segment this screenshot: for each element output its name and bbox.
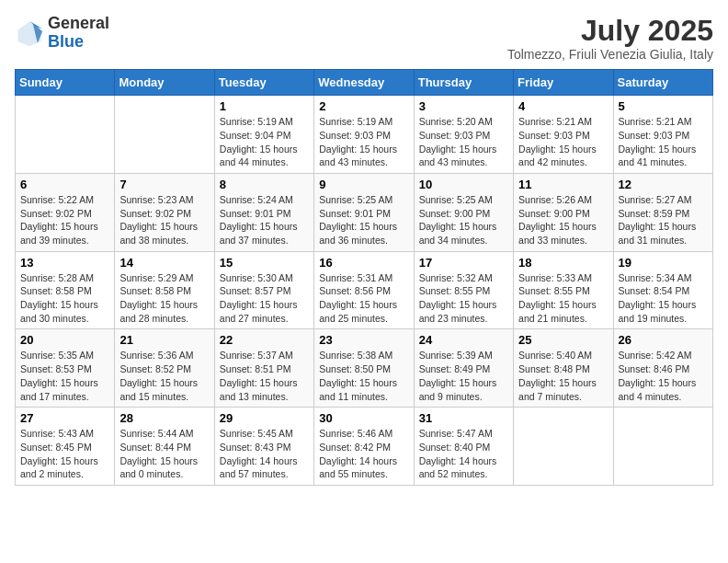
calendar-cell	[613, 408, 712, 486]
calendar-cell	[514, 408, 613, 486]
day-number: 16	[319, 256, 408, 270]
day-number: 10	[419, 178, 508, 191]
day-info: Sunrise: 5:38 AMSunset: 8:50 PMDaylight:…	[319, 349, 408, 403]
day-number: 5	[619, 99, 708, 113]
calendar-cell: 22Sunrise: 5:37 AMSunset: 8:51 PMDayligh…	[214, 329, 313, 408]
calendar-header-friday: Friday	[514, 70, 613, 96]
calendar-cell: 30Sunrise: 5:46 AMSunset: 8:42 PMDayligh…	[314, 408, 414, 486]
calendar-cell: 1Sunrise: 5:19 AMSunset: 9:04 PMDaylight…	[214, 96, 313, 174]
calendar-header-monday: Monday	[115, 70, 214, 96]
calendar-header-row: SundayMondayTuesdayWednesdayThursdayFrid…	[16, 70, 713, 96]
day-number: 28	[119, 411, 209, 425]
calendar-cell: 10Sunrise: 5:25 AMSunset: 9:00 PMDayligh…	[414, 173, 513, 251]
calendar-cell: 8Sunrise: 5:24 AMSunset: 9:01 PMDaylight…	[214, 173, 313, 251]
calendar-cell: 6Sunrise: 5:22 AMSunset: 9:02 PMDaylight…	[16, 173, 115, 251]
day-number: 30	[319, 411, 408, 425]
day-info: Sunrise: 5:31 AMSunset: 8:56 PMDaylight:…	[319, 271, 408, 326]
logo-text: General Blue	[48, 15, 109, 52]
day-info: Sunrise: 5:25 AMSunset: 9:01 PMDaylight:…	[319, 193, 408, 247]
day-number: 18	[518, 256, 608, 270]
calendar-table: SundayMondayTuesdayWednesdayThursdayFrid…	[15, 69, 713, 486]
calendar-cell: 23Sunrise: 5:38 AMSunset: 8:50 PMDayligh…	[314, 329, 414, 408]
day-number: 3	[419, 99, 508, 113]
day-number: 31	[419, 411, 508, 425]
calendar-cell: 21Sunrise: 5:36 AMSunset: 8:52 PMDayligh…	[115, 329, 214, 408]
day-info: Sunrise: 5:28 AMSunset: 8:58 PMDaylight:…	[20, 271, 109, 326]
day-info: Sunrise: 5:26 AMSunset: 9:00 PMDaylight:…	[518, 193, 608, 247]
calendar-cell: 4Sunrise: 5:21 AMSunset: 9:03 PMDaylight…	[514, 96, 613, 174]
calendar-cell: 18Sunrise: 5:33 AMSunset: 8:55 PMDayligh…	[514, 251, 613, 329]
calendar-header-tuesday: Tuesday	[214, 70, 313, 96]
day-number: 24	[419, 333, 508, 347]
calendar-cell	[115, 96, 214, 174]
day-info: Sunrise: 5:19 AMSunset: 9:03 PMDaylight:…	[319, 115, 408, 169]
calendar-cell: 3Sunrise: 5:20 AMSunset: 9:03 PMDaylight…	[414, 96, 513, 174]
day-number: 2	[319, 99, 408, 113]
month-year: July 2025	[507, 15, 713, 47]
day-info: Sunrise: 5:25 AMSunset: 9:00 PMDaylight:…	[419, 193, 508, 247]
day-number: 9	[319, 178, 408, 191]
day-info: Sunrise: 5:33 AMSunset: 8:55 PMDaylight:…	[518, 271, 608, 326]
title-block: July 2025 Tolmezzo, Friuli Venezia Giuli…	[507, 15, 713, 62]
day-info: Sunrise: 5:40 AMSunset: 8:48 PMDaylight:…	[518, 349, 608, 403]
day-info: Sunrise: 5:42 AMSunset: 8:46 PMDaylight:…	[619, 349, 708, 403]
day-info: Sunrise: 5:21 AMSunset: 9:03 PMDaylight:…	[619, 115, 708, 169]
day-info: Sunrise: 5:32 AMSunset: 8:55 PMDaylight:…	[419, 271, 508, 326]
calendar-cell: 31Sunrise: 5:47 AMSunset: 8:40 PMDayligh…	[414, 408, 513, 486]
day-number: 26	[619, 333, 708, 347]
calendar-cell: 28Sunrise: 5:44 AMSunset: 8:44 PMDayligh…	[115, 408, 214, 486]
calendar-cell: 19Sunrise: 5:34 AMSunset: 8:54 PMDayligh…	[613, 251, 712, 329]
day-number: 23	[319, 333, 408, 347]
day-number: 1	[220, 99, 309, 113]
calendar-cell: 2Sunrise: 5:19 AMSunset: 9:03 PMDaylight…	[314, 96, 414, 174]
day-info: Sunrise: 5:20 AMSunset: 9:03 PMDaylight:…	[419, 115, 508, 169]
day-info: Sunrise: 5:19 AMSunset: 9:04 PMDaylight:…	[220, 115, 309, 169]
calendar-week-row: 13Sunrise: 5:28 AMSunset: 8:58 PMDayligh…	[16, 251, 713, 329]
day-number: 6	[20, 178, 109, 191]
calendar-week-row: 6Sunrise: 5:22 AMSunset: 9:02 PMDaylight…	[16, 173, 713, 251]
calendar-cell: 15Sunrise: 5:30 AMSunset: 8:57 PMDayligh…	[214, 251, 313, 329]
calendar-cell: 14Sunrise: 5:29 AMSunset: 8:58 PMDayligh…	[115, 251, 214, 329]
calendar-cell: 11Sunrise: 5:26 AMSunset: 9:00 PMDayligh…	[514, 173, 613, 251]
day-number: 11	[518, 178, 608, 191]
day-number: 21	[119, 333, 209, 347]
day-info: Sunrise: 5:35 AMSunset: 8:53 PMDaylight:…	[20, 349, 109, 403]
day-info: Sunrise: 5:21 AMSunset: 9:03 PMDaylight:…	[518, 115, 608, 169]
calendar-header-thursday: Thursday	[414, 70, 513, 96]
day-info: Sunrise: 5:30 AMSunset: 8:57 PMDaylight:…	[220, 271, 309, 326]
calendar-cell: 12Sunrise: 5:27 AMSunset: 8:59 PMDayligh…	[613, 173, 712, 251]
calendar-week-row: 20Sunrise: 5:35 AMSunset: 8:53 PMDayligh…	[16, 329, 713, 408]
calendar-cell: 24Sunrise: 5:39 AMSunset: 8:49 PMDayligh…	[414, 329, 513, 408]
day-info: Sunrise: 5:46 AMSunset: 8:42 PMDaylight:…	[319, 427, 408, 481]
day-info: Sunrise: 5:22 AMSunset: 9:02 PMDaylight:…	[20, 193, 109, 247]
logo-blue: Blue	[48, 32, 84, 51]
day-info: Sunrise: 5:37 AMSunset: 8:51 PMDaylight:…	[220, 349, 309, 403]
day-number: 15	[220, 256, 309, 270]
day-number: 8	[220, 178, 309, 191]
calendar-cell: 26Sunrise: 5:42 AMSunset: 8:46 PMDayligh…	[613, 329, 712, 408]
logo-general: General	[48, 14, 109, 32]
day-info: Sunrise: 5:24 AMSunset: 9:01 PMDaylight:…	[220, 193, 309, 247]
day-number: 12	[619, 178, 708, 191]
calendar-header-saturday: Saturday	[613, 70, 712, 96]
calendar-cell	[16, 96, 115, 174]
calendar-cell: 20Sunrise: 5:35 AMSunset: 8:53 PMDayligh…	[16, 329, 115, 408]
calendar-week-row: 1Sunrise: 5:19 AMSunset: 9:04 PMDaylight…	[16, 96, 713, 174]
day-number: 22	[220, 333, 309, 347]
day-number: 13	[20, 256, 109, 270]
calendar-header-wednesday: Wednesday	[314, 70, 414, 96]
calendar-cell: 17Sunrise: 5:32 AMSunset: 8:55 PMDayligh…	[414, 251, 513, 329]
day-info: Sunrise: 5:39 AMSunset: 8:49 PMDaylight:…	[419, 349, 508, 403]
calendar-cell: 7Sunrise: 5:23 AMSunset: 9:02 PMDaylight…	[115, 173, 214, 251]
day-number: 7	[119, 178, 209, 191]
calendar-cell: 29Sunrise: 5:45 AMSunset: 8:43 PMDayligh…	[214, 408, 313, 486]
day-info: Sunrise: 5:34 AMSunset: 8:54 PMDaylight:…	[619, 271, 708, 326]
day-number: 20	[20, 333, 109, 347]
day-number: 29	[220, 411, 309, 425]
calendar-cell: 13Sunrise: 5:28 AMSunset: 8:58 PMDayligh…	[16, 251, 115, 329]
day-number: 17	[419, 256, 508, 270]
location: Tolmezzo, Friuli Venezia Giulia, Italy	[507, 47, 713, 62]
page-header: General Blue July 2025 Tolmezzo, Friuli …	[15, 15, 713, 62]
day-number: 27	[20, 411, 109, 425]
calendar-cell: 16Sunrise: 5:31 AMSunset: 8:56 PMDayligh…	[314, 251, 414, 329]
